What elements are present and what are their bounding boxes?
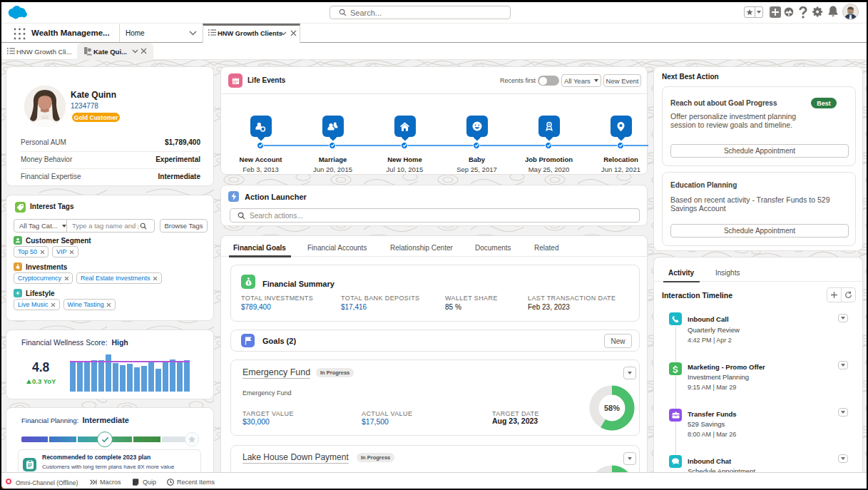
svg-text:58%: 58% <box>604 404 620 412</box>
